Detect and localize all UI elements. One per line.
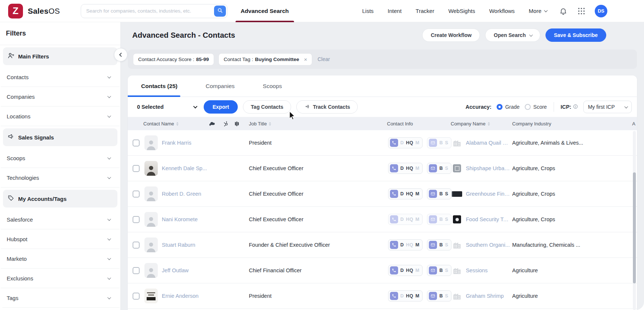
company-name-link[interactable]: Southern Organi... [466,242,510,248]
remove-chip-icon[interactable]: × [304,57,307,62]
accuracy-grade-radio[interactable]: Grade [497,104,520,110]
email-badge[interactable]: B S [427,188,451,199]
sidebar-item-tags[interactable]: Tags [1,288,120,308]
chevron-down-icon [107,75,111,78]
column-contact-name[interactable]: Contact Name [143,117,178,130]
contact-name-link[interactable]: Stuart Raburn [162,242,244,248]
save-subscribe-button[interactable]: Save & Subscribe [545,28,606,42]
sidebar-title: Filters [0,22,120,45]
nav-tracker[interactable]: Tracker [416,8,434,14]
row-checkbox[interactable] [133,139,140,146]
row-checkbox[interactable] [133,165,140,172]
column-company-name[interactable]: Company Name [451,117,490,130]
tab-contacts[interactable]: Contacts (25) [139,83,180,90]
company-name-link[interactable]: Food Security Te... [466,216,510,222]
email-badge[interactable]: B S [427,239,451,250]
company-name-link[interactable]: Greenhouse Fina... [466,191,510,197]
sidebar-item-marketo[interactable]: Marketo [1,249,120,269]
filter-chip-contact-tag[interactable]: Contact Tag :Buying Committee × [218,53,312,65]
accuracy-score-radio[interactable]: Score [525,104,547,110]
export-button[interactable]: Export [204,100,238,114]
phone-badge[interactable]: D HQ M [388,163,423,174]
salesos-logo-icon[interactable]: Z [8,4,23,18]
nav-advanced-search[interactable]: Advanced Search [236,0,294,22]
sort-icon[interactable] [488,122,490,126]
main-content: Advanced Search - Contacts Create Workfl… [121,22,644,310]
icp-dropdown[interactable]: My first ICP [583,101,632,113]
tag-contacts-button[interactable]: Tag Contacts [243,100,291,114]
job-title: Chief Financial Officer [249,267,388,273]
marketo-icon [234,117,240,130]
phone-badge[interactable]: D HQ M [388,137,423,148]
email-badge[interactable]: B S [427,137,451,148]
company-logo [452,138,462,148]
contact-name-link[interactable]: Frank Harris [162,140,244,146]
email-badge[interactable]: B S [427,214,451,225]
column-job-title[interactable]: Job Title [249,117,271,130]
email-icon [429,139,437,147]
scrollbar-thumb[interactable] [633,172,636,283]
email-badge[interactable]: B S [427,290,451,301]
sidebar-section-sales-signals[interactable]: Sales Signals [3,128,117,146]
row-checkbox[interactable] [133,216,140,223]
sort-icon[interactable] [269,122,271,126]
track-contacts-button[interactable]: Track Contacts [296,100,358,114]
table-row: Nani Koromete Chief Executive Officer D … [128,207,637,232]
tab-scoops[interactable]: Scoops [261,83,284,90]
row-checkbox[interactable] [133,242,140,249]
user-avatar[interactable]: DS [595,5,607,17]
nav-websights[interactable]: WebSights [448,8,475,14]
clear-filters-link[interactable]: Clear [317,56,330,62]
filter-chip-accuracy-score[interactable]: Contact Accuracy Score :85-99 [133,53,214,65]
nav-more[interactable]: More [529,8,547,14]
sidebar-item-locations[interactable]: Locations [1,107,120,126]
sidebar-item-scoops[interactable]: Scoops [1,148,120,168]
sidebar-item-salesforce[interactable]: Salesforce [1,210,120,229]
sidebar-item-companies[interactable]: Companies [1,87,120,107]
row-checkbox[interactable] [133,191,140,198]
search-input[interactable] [81,4,227,18]
sidebar-item-hubspot[interactable]: Hubspot [1,229,120,249]
company-name-link[interactable]: Graham Shrimp [466,293,504,299]
sort-icon[interactable] [176,122,178,126]
email-badge[interactable]: B S [427,163,451,174]
contact-name-link[interactable]: Nani Koromete [162,216,244,222]
info-icon[interactable] [573,104,578,110]
brand-name: SalesOS [28,7,60,16]
sidebar-collapse-button[interactable] [114,48,127,61]
contact-name-link[interactable]: Robert D. Green [162,191,244,197]
phone-badge[interactable]: D HQ M [388,239,423,250]
sidebar-item-contacts[interactable]: Contacts [1,67,120,87]
selected-dropdown[interactable]: 0 Selected [137,104,196,110]
phone-badge[interactable]: D HQ M [388,214,423,225]
search-button[interactable] [214,6,226,17]
contact-name-link[interactable]: Jeff Outlaw [162,267,244,273]
notifications-bell-icon[interactable] [559,7,567,15]
sidebar-item-exclusions[interactable]: Exclusions [1,269,120,288]
nav-workflows[interactable]: Workflows [489,8,515,14]
phone-badge[interactable]: D HQ M [388,188,423,199]
phone-badge[interactable]: D HQ M [388,265,423,276]
open-search-button[interactable]: Open Search [485,28,540,42]
table-row: Kenneth Dale Sp... Chief Executive Offic… [128,156,637,181]
phone-badge[interactable]: D HQ M [388,290,423,301]
app-grid-icon[interactable] [578,7,585,15]
company-name-link[interactable]: Alabama Quail H... [466,140,510,146]
sidebar-item-technologies[interactable]: Technologies [1,168,120,188]
row-checkbox[interactable] [133,267,140,274]
table-row: Frank Harris President D HQ M B [128,130,637,156]
company-name-link[interactable]: Sessions [466,267,488,273]
accuracy-label: Accuracy: [466,104,491,110]
email-badge[interactable]: B S [427,265,451,276]
company-name-link[interactable]: Shipshape Urban... [466,165,510,171]
sidebar-section-main-filters[interactable]: Main Filters [3,47,117,65]
nav-intent[interactable]: Intent [388,8,402,14]
create-workflow-button[interactable]: Create Workflow [422,28,480,42]
contact-name-link[interactable]: Kenneth Dale Sp... [162,165,244,171]
contact-name-link[interactable]: Ernie Anderson [162,293,244,299]
nav-lists[interactable]: Lists [362,8,374,14]
row-checkbox[interactable] [133,293,140,300]
tab-companies[interactable]: Companies [203,83,237,90]
sidebar-section-my-accounts-tags[interactable]: My Accounts/Tags [3,190,117,208]
global-search [81,4,227,18]
